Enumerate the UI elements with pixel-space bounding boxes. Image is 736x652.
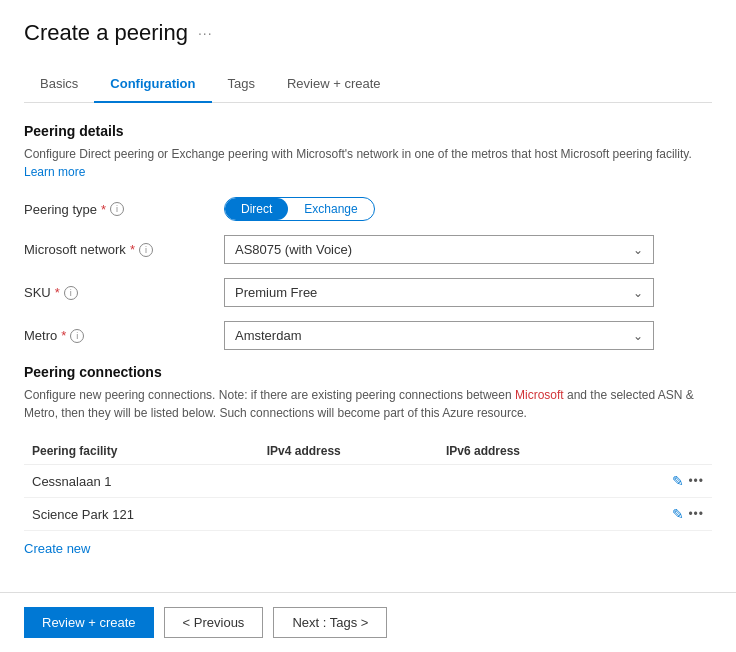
- metro-required: *: [61, 328, 66, 343]
- col-header-ipv4: IPv4 address: [259, 438, 438, 465]
- peering-type-toggle[interactable]: Direct Exchange: [224, 197, 375, 221]
- more-icon-1[interactable]: •••: [688, 474, 704, 488]
- metro-chevron-icon: ⌄: [633, 329, 643, 343]
- learn-more-link[interactable]: Learn more: [24, 165, 85, 179]
- sku-required: *: [55, 285, 60, 300]
- col-header-ipv6: IPv6 address: [438, 438, 617, 465]
- page-title: Create a peering ···: [24, 20, 712, 46]
- previous-button[interactable]: < Previous: [164, 607, 264, 638]
- tab-basics[interactable]: Basics: [24, 66, 94, 103]
- toggle-direct[interactable]: Direct: [225, 198, 288, 220]
- peering-table: Peering facility IPv4 address IPv6 addre…: [24, 438, 712, 531]
- sku-label: SKU * i: [24, 285, 224, 300]
- row-ipv4-2: [259, 498, 438, 531]
- tab-configuration[interactable]: Configuration: [94, 66, 211, 103]
- next-button[interactable]: Next : Tags >: [273, 607, 387, 638]
- table-row: Cessnalaan 1 ✎ •••: [24, 465, 712, 498]
- peering-type-required: *: [101, 202, 106, 217]
- metro-label: Metro * i: [24, 328, 224, 343]
- peering-details-header: Peering details: [24, 123, 712, 139]
- microsoft-network-dropdown[interactable]: AS8075 (with Voice) ⌄: [224, 235, 654, 264]
- title-ellipsis: ···: [198, 25, 213, 41]
- table-row: Science Park 121 ✎ •••: [24, 498, 712, 531]
- row-actions-1: ✎ •••: [625, 473, 704, 489]
- peering-type-row: Peering type * i Direct Exchange: [24, 197, 712, 221]
- review-create-button[interactable]: Review + create: [24, 607, 154, 638]
- peering-connections-header: Peering connections: [24, 364, 712, 380]
- microsoft-network-chevron-icon: ⌄: [633, 243, 643, 257]
- metro-info-icon[interactable]: i: [70, 329, 84, 343]
- microsoft-network-label: Microsoft network * i: [24, 242, 224, 257]
- edit-icon-1[interactable]: ✎: [672, 473, 684, 489]
- peering-type-label: Peering type * i: [24, 202, 224, 217]
- tab-review-create[interactable]: Review + create: [271, 66, 397, 103]
- row-facility-1: Cessnalaan 1: [24, 465, 259, 498]
- microsoft-network-required: *: [130, 242, 135, 257]
- metro-dropdown[interactable]: Amsterdam ⌄: [224, 321, 654, 350]
- edit-icon-2[interactable]: ✎: [672, 506, 684, 522]
- title-text: Create a peering: [24, 20, 188, 46]
- sku-row: SKU * i Premium Free ⌄: [24, 278, 712, 307]
- more-icon-2[interactable]: •••: [688, 507, 704, 521]
- col-header-facility: Peering facility: [24, 438, 259, 465]
- row-actions-2: ✎ •••: [625, 506, 704, 522]
- row-ipv6-2: [438, 498, 617, 531]
- microsoft-network-value: AS8075 (with Voice): [235, 242, 352, 257]
- highlight-microsoft: Microsoft: [515, 388, 564, 402]
- tab-bar: Basics Configuration Tags Review + creat…: [24, 66, 712, 103]
- metro-value: Amsterdam: [235, 328, 301, 343]
- peering-details-description: Configure Direct peering or Exchange pee…: [24, 145, 712, 181]
- row-ipv6-1: [438, 465, 617, 498]
- peering-type-info-icon[interactable]: i: [110, 202, 124, 216]
- toggle-exchange[interactable]: Exchange: [288, 198, 373, 220]
- bottom-bar: Review + create < Previous Next : Tags >: [0, 592, 736, 652]
- row-ipv4-1: [259, 465, 438, 498]
- peering-connections-section: Peering connections Configure new peerin…: [24, 364, 712, 576]
- sku-value: Premium Free: [235, 285, 317, 300]
- create-new-link[interactable]: Create new: [24, 541, 90, 556]
- sku-dropdown[interactable]: Premium Free ⌄: [224, 278, 654, 307]
- row-facility-2: Science Park 121: [24, 498, 259, 531]
- peering-connections-description: Configure new peering connections. Note:…: [24, 386, 712, 422]
- microsoft-network-info-icon[interactable]: i: [139, 243, 153, 257]
- microsoft-network-row: Microsoft network * i AS8075 (with Voice…: [24, 235, 712, 264]
- tab-tags[interactable]: Tags: [212, 66, 271, 103]
- metro-row: Metro * i Amsterdam ⌄: [24, 321, 712, 350]
- sku-chevron-icon: ⌄: [633, 286, 643, 300]
- sku-info-icon[interactable]: i: [64, 286, 78, 300]
